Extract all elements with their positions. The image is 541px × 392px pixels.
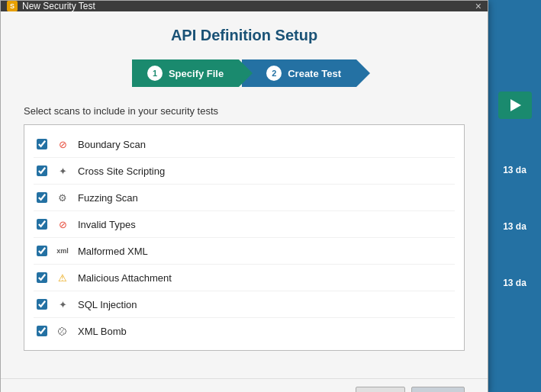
- scan-item-malicious: ⚠Malicious Attachment: [34, 265, 455, 291]
- dialog-title: New Security Test: [22, 1, 95, 11]
- right-panel: 13 da 13 da 13 da: [488, 0, 541, 392]
- scan-name-sql: SQL Injection: [78, 299, 137, 310]
- scan-checkbox-invalid[interactable]: [37, 219, 47, 230]
- steps-bar: 1 Specify File 2 Create Test: [24, 59, 465, 87]
- scan-icon-boundary: ⊘: [55, 137, 70, 152]
- step-1-label: Specify File: [169, 68, 224, 79]
- scan-list: ⊘Boundary Scan✦Cross Site Scripting⚙Fuzz…: [24, 124, 465, 351]
- scan-item-sql: ✦SQL Injection: [34, 291, 455, 318]
- app-icon: S: [7, 1, 18, 11]
- side-label-2: 13 da: [503, 221, 527, 232]
- step-1-number: 1: [147, 66, 163, 81]
- scan-icon-invalid: ⊘: [55, 217, 70, 232]
- scan-checkbox-xmlbomb[interactable]: [37, 326, 47, 336]
- finish-button[interactable]: Finish: [411, 387, 465, 392]
- scan-name-xmlbomb: XML Bomb: [78, 326, 127, 337]
- scan-name-malformedxml: Malformed XML: [78, 246, 148, 257]
- scan-checkbox-sql[interactable]: [37, 299, 47, 310]
- scan-item-xss: ✦Cross Site Scripting: [34, 158, 455, 185]
- scan-icon-malicious: ⚠: [55, 270, 70, 285]
- scan-item-fuzzing: ⚙Fuzzing Scan: [34, 185, 455, 211]
- scan-checkbox-xss[interactable]: [37, 165, 47, 176]
- step-1[interactable]: 1 Specify File: [132, 59, 239, 87]
- dialog-footer: Learn more about security tests ↗ Back F…: [1, 378, 488, 392]
- scan-name-boundary: Boundary Scan: [78, 139, 146, 150]
- footer-buttons: Back Finish: [356, 387, 465, 392]
- scan-checkbox-fuzzing[interactable]: [37, 192, 47, 203]
- step-2[interactable]: 2 Create Test: [242, 59, 356, 87]
- scan-item-malformedxml: xmlMalformed XML: [34, 238, 455, 265]
- back-button[interactable]: Back: [356, 387, 405, 392]
- scan-icon-sql: ✦: [55, 297, 70, 312]
- scan-icon-xss: ✦: [55, 163, 70, 178]
- side-label-3: 13 da: [503, 278, 527, 288]
- scan-icon-fuzzing: ⚙: [55, 190, 70, 205]
- scan-name-xss: Cross Site Scripting: [78, 165, 165, 177]
- side-label-1: 13 da: [503, 165, 527, 175]
- scan-checkbox-malicious[interactable]: [37, 272, 47, 283]
- scan-checkbox-malformedxml[interactable]: [37, 246, 47, 256]
- section-label: Select scans to include in your security…: [24, 105, 465, 117]
- scan-item-invalid: ⊘Invalid Types: [34, 211, 455, 238]
- close-button[interactable]: ×: [475, 1, 481, 11]
- step-2-number: 2: [266, 66, 282, 81]
- scan-name-fuzzing: Fuzzing Scan: [78, 192, 138, 204]
- step-2-label: Create Test: [288, 68, 341, 79]
- play-icon: [510, 99, 521, 111]
- dialog-wrapper: S New Security Test × API Definition Set…: [0, 0, 541, 392]
- page-title: API Definition Setup: [24, 27, 465, 44]
- scan-name-invalid: Invalid Types: [78, 219, 136, 230]
- scan-icon-malformedxml: xml: [55, 243, 70, 259]
- scan-checkbox-boundary[interactable]: [37, 139, 47, 149]
- scan-icon-xmlbomb: ⛒: [55, 323, 70, 339]
- dialog: S New Security Test × API Definition Set…: [0, 0, 488, 392]
- scan-item-boundary: ⊘Boundary Scan: [34, 131, 455, 158]
- title-bar: S New Security Test ×: [1, 1, 488, 11]
- dialog-body: API Definition Setup 1 Specify File 2 Cr…: [1, 11, 488, 378]
- title-bar-left: S New Security Test: [7, 1, 95, 11]
- play-button[interactable]: [498, 92, 532, 119]
- scan-name-malicious: Malicious Attachment: [78, 272, 172, 284]
- scan-item-xmlbomb: ⛒XML Bomb: [34, 318, 455, 344]
